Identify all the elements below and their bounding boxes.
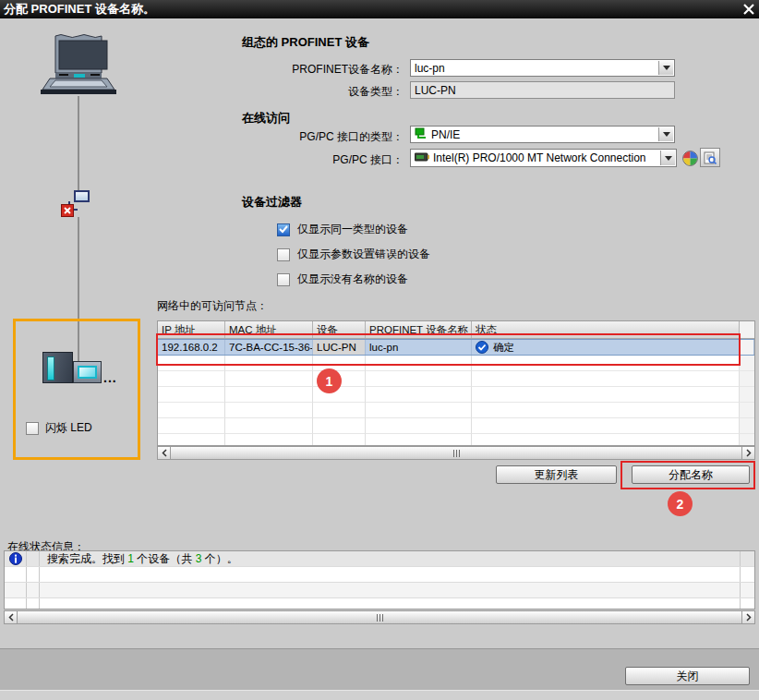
- scroll-left-icon[interactable]: [5, 611, 18, 623]
- flash-led-label: 闪烁 LED: [45, 420, 92, 436]
- more-devices-dots: ...: [103, 370, 117, 385]
- profinet-name-value: luc-pn: [415, 62, 445, 75]
- close-button-label: 关闭: [677, 669, 699, 684]
- cell-name: luc-pn: [366, 340, 472, 355]
- col-name-header[interactable]: PROFINET 设备名称: [366, 321, 472, 338]
- col-mac-header[interactable]: MAC 地址: [225, 321, 313, 338]
- security-shield-icon: [682, 151, 698, 169]
- assign-name-label: 分配名称: [669, 467, 713, 483]
- status-hscrollbar[interactable]: [4, 610, 755, 624]
- bottom-strip: [0, 690, 759, 700]
- status-hscroll-thumb[interactable]: [18, 611, 741, 623]
- status-ok-icon: [476, 341, 488, 354]
- device-type-label: 设备类型：: [139, 84, 404, 100]
- configured-device-heading: 组态的 PROFINET 设备: [242, 34, 369, 51]
- network-adapter-icon: [415, 151, 429, 165]
- accessible-nodes-table: IP 地址 MAC 地址 设备 PROFINET 设备名称 状态 192.168…: [157, 320, 755, 446]
- table-empty-row: [158, 371, 754, 387]
- col-device-header[interactable]: 设备: [313, 321, 366, 338]
- online-status-list: 搜索完成。找到 1 个设备（共 3 个）。: [4, 550, 755, 609]
- annotation-step2-number: 2: [677, 497, 684, 512]
- filter-no-name-label: 仅显示没有名称的设备: [297, 272, 408, 287]
- status-empty-row: [5, 583, 754, 598]
- dialog-titlebar: 分配 PROFINET 设备名称。: [0, 0, 759, 18]
- annotation-step2-badge: 2: [668, 491, 693, 516]
- filter-no-name-checkbox[interactable]: [277, 273, 290, 286]
- device-filter-heading: 设备过滤器: [242, 194, 302, 211]
- plc-device-icon: [42, 352, 73, 383]
- status-message-text: 个）。: [201, 551, 237, 567]
- close-icon[interactable]: [741, 1, 757, 18]
- found-count: 1: [127, 552, 134, 565]
- status-message-row[interactable]: 搜索完成。找到 1 个设备（共 3 个）。: [5, 551, 754, 567]
- info-icon: [5, 551, 27, 566]
- chevron-down-icon[interactable]: [658, 61, 673, 75]
- cell-ip: 192.168.0.2: [158, 340, 225, 355]
- pgpc-interface-type-combobox[interactable]: PN/IE: [410, 126, 675, 143]
- chevron-down-icon[interactable]: [660, 151, 675, 165]
- profinet-name-label: PROFINET设备名称：: [139, 62, 404, 78]
- dialog-title: 分配 PROFINET 设备名称。: [4, 1, 155, 18]
- table-empty-row: [158, 387, 754, 403]
- connection-error-icon: [61, 204, 74, 217]
- cell-mac: 7C-BA-CC-15-36-90: [225, 340, 313, 355]
- nodes-table-caption: 网络中的可访问节点：: [157, 298, 268, 314]
- status-empty-row: [5, 567, 754, 583]
- pgpc-interface-label: PG/PC 接口：: [139, 152, 404, 168]
- status-message-text: 个设备（共: [134, 551, 196, 567]
- pgpc-interface-value: Intel(R) PRO/1000 MT Network Connection: [433, 151, 646, 164]
- network-cable-upper: [78, 96, 79, 191]
- assign-profinet-name-dialog: 分配 PROFINET 设备名称。 ... 闪烁 LED 组态的 PROFINE…: [0, 0, 759, 700]
- pgpc-interface-type-label: PG/PC 接口的类型：: [139, 129, 404, 145]
- device-type-value: LUC-PN: [415, 84, 456, 97]
- plc-display-stripe: [47, 356, 54, 380]
- profinet-name-combobox[interactable]: luc-pn: [410, 59, 675, 77]
- total-count: 3: [196, 552, 202, 565]
- scroll-right-icon[interactable]: [741, 611, 754, 623]
- assign-name-button[interactable]: 分配名称: [632, 465, 750, 484]
- scroll-left-icon[interactable]: [158, 447, 171, 459]
- table-empty-row: [158, 434, 754, 446]
- online-access-heading: 在线访问: [242, 110, 290, 127]
- update-list-label: 更新列表: [535, 467, 579, 483]
- cell-status: 确定: [472, 340, 740, 355]
- scroll-right-icon[interactable]: [741, 447, 754, 459]
- table-hscroll-thumb[interactable]: [171, 447, 741, 459]
- col-extra: [740, 321, 754, 338]
- close-button[interactable]: 关闭: [625, 667, 750, 685]
- table-empty-row: [158, 418, 754, 434]
- device-highlight-box: [13, 319, 140, 460]
- status-right-cell: [740, 551, 754, 566]
- table-hscrollbar[interactable]: [157, 446, 755, 460]
- laptop-icon: [41, 33, 116, 101]
- pnie-icon: [415, 127, 428, 142]
- accessible-devices-button[interactable]: [700, 148, 720, 167]
- col-ip-header[interactable]: IP 地址: [158, 321, 225, 338]
- status-spacer-cell: [27, 551, 40, 566]
- pgpc-interface-type-value: PN/IE: [431, 128, 460, 141]
- status-message-text: 搜索完成。找到: [47, 551, 127, 567]
- status-message: 搜索完成。找到 1 个设备（共 3 个）。: [40, 551, 740, 566]
- status-empty-row: [5, 598, 754, 609]
- table-row-device[interactable]: 192.168.0.2 7C-BA-CC-15-36-90 LUC-PN luc…: [158, 339, 754, 356]
- flash-led-checkbox[interactable]: [26, 422, 39, 435]
- filter-bad-params-checkbox[interactable]: [277, 248, 290, 261]
- col-status-header[interactable]: 状态: [472, 321, 740, 338]
- table-empty-row: [158, 356, 754, 371]
- hmi-screen: [78, 366, 97, 379]
- filter-same-type-label: 仅显示同一类型的设备: [297, 222, 408, 237]
- cell-device: LUC-PN: [313, 340, 366, 355]
- status-ok-text: 确定: [493, 340, 514, 355]
- pgpc-interface-combobox[interactable]: Intel(R) PRO/1000 MT Network Connection: [410, 149, 677, 167]
- hmi-device-icon: [73, 361, 102, 383]
- device-type-field: LUC-PN: [410, 81, 675, 99]
- filter-bad-params-label: 仅显示参数设置错误的设备: [297, 247, 430, 262]
- filter-same-type-checkbox[interactable]: [277, 223, 290, 236]
- update-list-button[interactable]: 更新列表: [496, 465, 617, 484]
- chevron-down-icon[interactable]: [658, 127, 673, 141]
- table-header-row: IP 地址 MAC 地址 设备 PROFINET 设备名称 状态: [158, 321, 754, 339]
- table-empty-row: [158, 403, 754, 418]
